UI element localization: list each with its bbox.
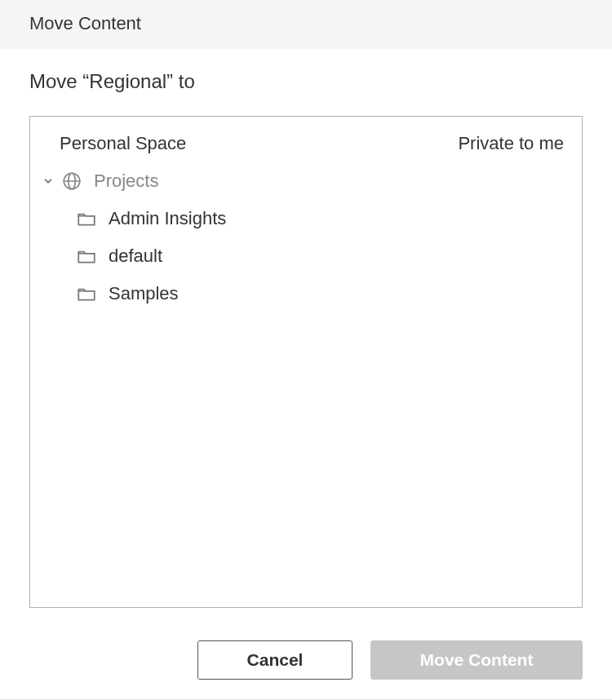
dialog-footer: Cancel Move Content (0, 624, 612, 699)
move-prompt: Move “Regional” to (29, 70, 583, 93)
move-content-dialog: Move Content Move “Regional” to Personal… (0, 0, 612, 700)
tree-item-label: Admin Insights (109, 208, 226, 229)
tree-item-personal-space[interactable]: Personal Space Private to me (37, 125, 575, 162)
folder-icon (74, 281, 99, 306)
tree-item-default[interactable]: default (37, 237, 575, 275)
dialog-title: Move Content (29, 13, 141, 33)
tree-item-samples[interactable]: Samples (37, 275, 575, 312)
tree-item-label: Personal Space (60, 133, 186, 154)
dialog-header: Move Content (0, 0, 612, 49)
cancel-button[interactable]: Cancel (197, 640, 353, 680)
folder-icon (74, 244, 99, 268)
tree-item-admin-insights[interactable]: Admin Insights (37, 200, 575, 237)
globe-icon (60, 169, 84, 193)
destination-tree[interactable]: Personal Space Private to me Projects (29, 116, 583, 608)
chevron-down-icon[interactable] (40, 173, 56, 189)
dialog-body: Move “Regional” to Personal Space Privat… (0, 49, 612, 624)
tree-item-label: Samples (109, 283, 179, 304)
tree-item-projects[interactable]: Projects (37, 162, 575, 200)
tree-item-label: Projects (94, 171, 158, 192)
tree-item-suffix: Private to me (458, 133, 564, 154)
folder-icon (74, 206, 99, 231)
tree-item-label: default (109, 246, 162, 267)
move-content-button[interactable]: Move Content (370, 640, 583, 680)
